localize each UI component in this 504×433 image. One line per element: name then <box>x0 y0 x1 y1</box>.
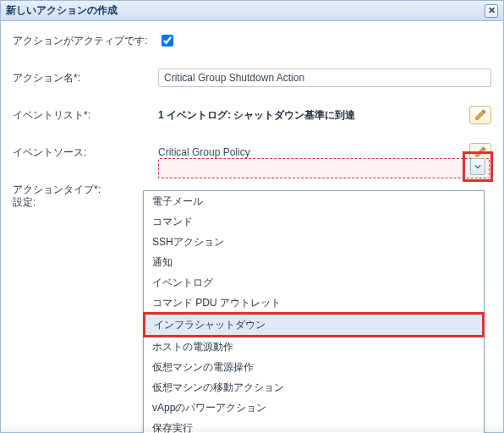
dropdown-item[interactable]: インフラシャットダウン <box>145 315 482 335</box>
chevron-down-icon <box>474 163 481 170</box>
label-action-name: アクション名*: <box>13 71 158 85</box>
dropdown-item[interactable]: 電子メール <box>144 191 484 211</box>
combo-action-type[interactable] <box>158 158 490 178</box>
combo-action-type-wrap <box>158 158 490 184</box>
row-action-active: アクションがアクティブです: <box>13 31 491 50</box>
dropdown-item[interactable]: 仮想マシンの電源操作 <box>144 357 484 377</box>
event-list-summary: 1 イベントログ: シャットダウン基準に到達 <box>158 108 464 123</box>
edit-event-list-button[interactable] <box>469 106 491 124</box>
dialog-titlebar: 新しいアクションの作成 ✕ <box>1 1 503 21</box>
event-source-value: Critical Group Policy <box>158 146 464 158</box>
label-action-active: アクションがアクティブです: <box>13 34 158 48</box>
highlight-dropdown-item: インフラシャットダウン <box>143 312 485 337</box>
dropdown-item[interactable]: 保存実行 <box>144 418 484 433</box>
row-event-list: イベントリスト*: 1 イベントログ: シャットダウン基準に到達 <box>13 106 491 124</box>
label-settings: 設定: <box>13 195 36 210</box>
label-event-source: イベントソース: <box>13 145 158 160</box>
dropdown-item[interactable]: コマンド PDU アウトレット <box>144 293 484 313</box>
checkbox-action-active[interactable] <box>162 35 173 47</box>
label-action-type: アクションタイプ*: <box>13 183 158 197</box>
event-list-text: シャットダウン基準に到達 <box>231 109 355 121</box>
field-action-active <box>158 32 491 49</box>
dropdown-item[interactable]: vAppのパワーアクション <box>144 397 484 418</box>
dropdown-item[interactable]: 仮想マシンの移動アクション <box>144 377 484 397</box>
pencil-icon <box>474 109 486 121</box>
dropdown-item[interactable]: 通知 <box>144 252 484 272</box>
row-action-name: アクション名*: <box>13 69 491 87</box>
close-button[interactable]: ✕ <box>485 4 498 18</box>
label-event-list: イベントリスト*: <box>13 108 158 123</box>
dropdown-item[interactable]: ホストの電源動作 <box>144 337 484 357</box>
close-icon: ✕ <box>488 5 496 16</box>
dialog-title: 新しいアクションの作成 <box>6 3 118 18</box>
highlight-combo-button <box>463 151 493 182</box>
combo-action-type-button[interactable] <box>470 158 485 175</box>
event-list-count: 1 イベントログ: <box>158 109 231 121</box>
field-event-list: 1 イベントログ: シャットダウン基準に到達 <box>158 106 491 124</box>
field-action-name <box>158 69 491 87</box>
dropdown-item[interactable]: コマンド <box>144 211 484 232</box>
dropdown-action-type[interactable]: 電子メールコマンドSSHアクション通知イベントログコマンド PDU アウトレット… <box>143 190 485 433</box>
input-action-name[interactable] <box>158 69 491 87</box>
dropdown-item[interactable]: SSHアクション <box>144 232 484 252</box>
dropdown-item[interactable]: イベントログ <box>144 272 484 293</box>
dialog-create-new-action: 新しいアクションの作成 ✕ アクションがアクティブです: アクション名*: イベ… <box>0 0 504 433</box>
